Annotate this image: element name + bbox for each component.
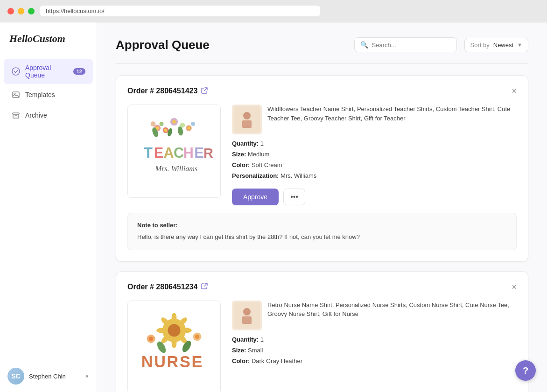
close-button[interactable]: × [512,283,517,291]
external-link-icon[interactable] [201,87,208,95]
sort-value: Newest [493,42,513,49]
svg-point-40 [156,328,167,333]
svg-point-45 [195,335,199,339]
svg-text:R: R [203,146,213,161]
svg-point-12 [172,120,175,123]
color-row: Color: Soft Cream [232,161,517,168]
svg-point-15 [188,127,190,129]
approval-queue-badge: 12 [73,68,85,75]
note-text: Hello, is there any way I can get this s… [137,232,507,242]
svg-point-29 [243,112,251,119]
svg-point-8 [160,122,164,126]
approve-button[interactable]: Approve [232,189,279,205]
search-bar[interactable]: 🔍 [354,37,457,52]
chevron-down-icon: ▼ [517,42,522,48]
order-header: Order # 2806451423 × [127,87,517,95]
svg-point-34 [172,313,177,323]
quantity-row: Quantity: 1 [232,140,517,147]
sidebar-item-label: Templates [25,91,55,98]
svg-rect-1 [13,92,19,98]
product-title: Retro Nurse Name Shirt, Personalized Nur… [267,301,517,323]
product-image: NURSE [127,301,221,392]
archive-icon [11,111,21,120]
color-row: Color: Dark Gray Heather [232,357,517,364]
svg-point-16 [191,122,195,126]
user-name: Stephen Chin [29,373,66,380]
order-number: Order # 2806451423 [127,87,197,95]
svg-text:T: T [144,145,153,161]
page-title: Approval Queue [116,38,210,52]
product-thumbnail [232,301,262,330]
sort-label: Sort by [470,42,490,49]
svg-point-7 [151,121,156,126]
action-row: Approve ••• [232,189,517,205]
svg-point-43 [149,336,153,341]
svg-point-36 [182,328,192,333]
svg-text:NURSE: NURSE [141,353,203,371]
quantity-row: Quantity: 1 [232,336,517,343]
svg-text:E: E [154,145,163,161]
order-number: Order # 2806451234 [127,283,197,291]
svg-rect-51 [242,316,252,324]
svg-rect-3 [13,113,19,114]
svg-text:E: E [194,145,203,161]
svg-point-50 [243,308,251,315]
search-input[interactable] [372,42,451,49]
note-label: Note to seller: [137,221,507,231]
app-layout: HelloCustom Approval Queue 12 [0,22,547,392]
product-details: Wildflowers Teacher Name Shirt, Personal… [232,105,517,205]
size-row: Size: Medium [232,151,517,158]
svg-text:A: A [164,145,174,161]
order-header: Order # 2806451234 × [127,283,517,291]
close-traffic-light[interactable] [7,8,14,14]
order-card: Order # 2806451423 × [116,75,528,262]
svg-text:Mrs. Williams: Mrs. Williams [155,165,198,173]
avatar: SC [7,368,24,385]
top-bar: Approval Queue 🔍 Sort by Newest ▼ [116,37,528,52]
svg-text:H: H [183,145,194,161]
sidebar-item-templates[interactable]: Templates [4,85,93,105]
personalization-row: Personalization: Mrs. Williams [232,172,517,179]
svg-point-38 [172,338,177,348]
more-options-button[interactable]: ••• [283,189,305,205]
product-thumbnail [232,105,262,134]
close-button[interactable]: × [512,87,517,95]
sidebar-item-label: Archive [25,112,47,119]
svg-point-10 [164,129,167,132]
sidebar-item-label: Approval Queue [25,64,69,79]
chevron-up-icon: ∧ [85,373,89,379]
help-button[interactable]: ? [515,360,536,381]
svg-rect-30 [242,120,252,128]
product-title: Wildflowers Teacher Name Shirt, Personal… [267,105,517,127]
minimize-traffic-light[interactable] [18,8,24,14]
order-body: T E A C H E R Mrs. Williams [127,105,517,205]
fullscreen-traffic-light[interactable] [28,8,35,14]
address-bar[interactable]: https://hellocustom.io/ [40,6,320,16]
traffic-lights [7,8,35,14]
ellipsis-icon: ••• [290,193,298,201]
size-row: Size: Small [232,347,517,354]
svg-point-2 [14,93,15,95]
product-details: Retro Nurse Name Shirt, Personalized Nur… [232,301,517,392]
sidebar: HelloCustom Approval Queue 12 [0,22,97,392]
sidebar-item-approval-queue[interactable]: Approval Queue 12 [4,59,93,84]
sort-control[interactable]: Sort by Newest ▼ [464,38,528,52]
product-image: T E A C H E R Mrs. Williams [127,105,221,198]
external-link-icon[interactable] [201,283,208,291]
svg-point-33 [168,324,181,336]
divider [116,63,528,64]
image-icon [11,90,21,99]
main-content: Approval Queue 🔍 Sort by Newest ▼ Order … [97,22,547,392]
user-section[interactable]: SC Stephen Chin ∧ [0,360,97,392]
check-circle-icon [11,67,21,76]
order-body: NURSE Retro Nurse Name Shirt, Personaliz [127,301,517,392]
search-icon: 🔍 [360,41,368,49]
sidebar-nav: Approval Queue 12 Templates [0,59,97,126]
order-card: Order # 2806451234 × [116,271,528,392]
sidebar-item-archive[interactable]: Archive [4,105,93,125]
note-box: Note to seller: Hello, is there any way … [127,213,517,250]
browser-chrome: https://hellocustom.io/ [0,0,547,22]
svg-text:C: C [174,145,184,161]
svg-point-0 [12,68,20,75]
logo: HelloCustom [0,34,97,59]
